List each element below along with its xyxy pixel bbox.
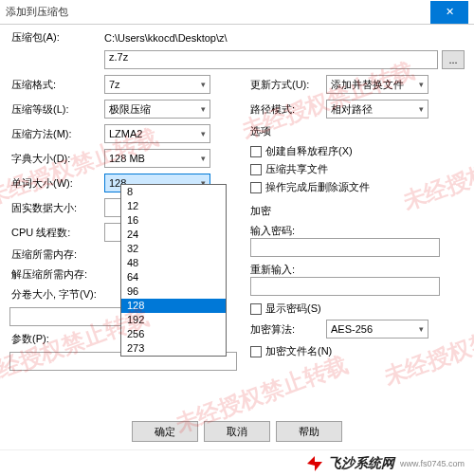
chevron-down-icon: ▾ xyxy=(419,324,424,334)
encnames-label: 加密文件名(N) xyxy=(265,344,332,358)
split-label: 分卷大小, 字节(V): xyxy=(9,287,104,302)
dropdown-option[interactable]: 24 xyxy=(121,228,226,242)
delete-label: 操作完成后删除源文件 xyxy=(265,180,370,194)
encrypt-heading: 加密 xyxy=(250,204,465,218)
solid-label: 固实数据大小: xyxy=(9,201,104,215)
update-select[interactable]: 添加并替换文件▾ xyxy=(326,75,428,94)
dict-label: 字典大小(D): xyxy=(9,152,104,166)
level-select[interactable]: 极限压缩▾ xyxy=(104,100,210,119)
chevron-down-icon: ▾ xyxy=(419,104,424,114)
word-label: 单词大小(W): xyxy=(9,176,104,191)
chevron-down-icon: ▾ xyxy=(419,80,424,89)
sfx-label: 创建自释放程序(X) xyxy=(265,144,353,158)
format-label: 压缩格式: xyxy=(9,78,104,92)
update-label: 更新方式(U): xyxy=(250,78,326,92)
window-title: 添加到压缩包 xyxy=(6,5,68,19)
password-label: 输入密码: xyxy=(250,224,465,238)
share-label: 压缩共享文件 xyxy=(265,162,328,176)
ok-button[interactable]: 确定 xyxy=(132,421,198,442)
pathmode-select[interactable]: 相对路径▾ xyxy=(326,100,428,119)
browse-button[interactable]: ... xyxy=(442,50,465,69)
method-select[interactable]: LZMA2▾ xyxy=(104,124,210,143)
dropdown-option[interactable]: 256 xyxy=(121,327,226,341)
algo-label: 加密算法: xyxy=(250,322,326,337)
cancel-button[interactable]: 取消 xyxy=(204,421,270,442)
password-input[interactable] xyxy=(250,238,440,257)
help-button[interactable]: 帮助 xyxy=(276,421,342,442)
algo-select[interactable]: AES-256▾ xyxy=(326,320,428,339)
close-icon: ✕ xyxy=(446,6,454,18)
chevron-down-icon: ▾ xyxy=(201,154,206,163)
dropdown-option[interactable]: 273 xyxy=(121,341,226,356)
word-size-dropdown[interactable]: 812162432486496128192256273 xyxy=(120,184,227,357)
delete-checkbox[interactable] xyxy=(250,182,262,193)
archive-path: C:\Users\kkocd\Desktop\z\ xyxy=(104,32,228,44)
format-select[interactable]: 7z▾ xyxy=(104,75,210,94)
dropdown-option[interactable]: 64 xyxy=(121,270,226,284)
close-button[interactable]: ✕ xyxy=(430,1,468,24)
dropdown-option[interactable]: 12 xyxy=(121,199,226,213)
encnames-checkbox[interactable] xyxy=(250,346,262,357)
level-label: 压缩等级(L): xyxy=(9,102,104,117)
dropdown-option[interactable]: 16 xyxy=(121,213,226,228)
chevron-down-icon: ▾ xyxy=(201,129,206,138)
brand-name: 飞沙系统网 xyxy=(328,455,394,472)
showpw-checkbox[interactable] xyxy=(250,303,262,315)
method-label: 压缩方法(M): xyxy=(9,127,104,141)
password2-input[interactable] xyxy=(250,277,440,296)
options-heading: 选项 xyxy=(250,124,465,138)
params-label: 参数(P): xyxy=(9,332,104,346)
pathmode-label: 路径模式: xyxy=(250,102,326,117)
dropdown-option[interactable]: 8 xyxy=(121,185,226,199)
password2-label: 重新输入: xyxy=(250,263,465,277)
mem-decompress-label: 解压缩所需内存: xyxy=(9,267,104,282)
archive-file-input[interactable]: z.7z xyxy=(104,50,438,69)
archive-label: 压缩包(A): xyxy=(9,30,104,45)
dropdown-option[interactable]: 96 xyxy=(121,284,226,299)
sfx-checkbox[interactable] xyxy=(250,146,262,157)
dropdown-option[interactable]: 48 xyxy=(121,256,226,270)
share-checkbox[interactable] xyxy=(250,164,262,175)
dict-select[interactable]: 128 MB▾ xyxy=(104,149,210,168)
cpu-label: CPU 线程数: xyxy=(9,226,104,240)
brand-footer: 飞沙系统网 www.fs0745.com xyxy=(0,449,474,476)
mem-compress-label: 压缩所需内存: xyxy=(9,247,104,262)
chevron-down-icon: ▾ xyxy=(201,104,206,114)
dropdown-option[interactable]: 32 xyxy=(121,242,226,256)
chevron-down-icon: ▾ xyxy=(201,80,206,89)
titlebar: 添加到压缩包 ✕ xyxy=(0,0,474,25)
brand-url: www.fs0745.com xyxy=(400,459,465,468)
dropdown-option[interactable]: 128 xyxy=(121,299,226,313)
brand-logo-icon xyxy=(305,454,324,473)
dropdown-option[interactable]: 192 xyxy=(121,313,226,327)
showpw-label: 显示密码(S) xyxy=(265,302,321,316)
